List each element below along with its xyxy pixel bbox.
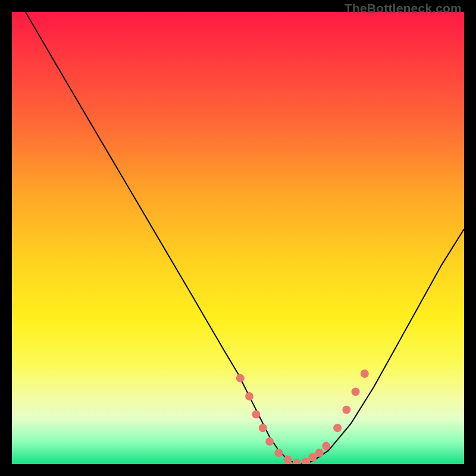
data-marker — [322, 442, 330, 450]
data-marker — [245, 392, 253, 400]
watermark-text: TheBottleneck.com — [345, 1, 462, 15]
data-marker — [236, 374, 245, 383]
data-marker — [274, 449, 283, 457]
data-marker — [252, 410, 260, 418]
curve-svg — [12, 12, 464, 464]
data-marker — [333, 424, 342, 432]
data-marker — [361, 369, 369, 378]
marker-group — [236, 369, 369, 464]
data-marker — [265, 437, 274, 446]
data-marker — [315, 449, 324, 457]
data-marker — [342, 406, 350, 414]
chart-frame: TheBottleneck.com — [0, 0, 476, 476]
data-marker — [352, 387, 360, 396]
plot-area — [12, 12, 464, 464]
data-marker — [284, 455, 292, 464]
data-marker — [308, 453, 317, 462]
data-marker — [293, 459, 301, 464]
bottleneck-curve — [26, 12, 464, 464]
data-marker — [259, 424, 267, 432]
